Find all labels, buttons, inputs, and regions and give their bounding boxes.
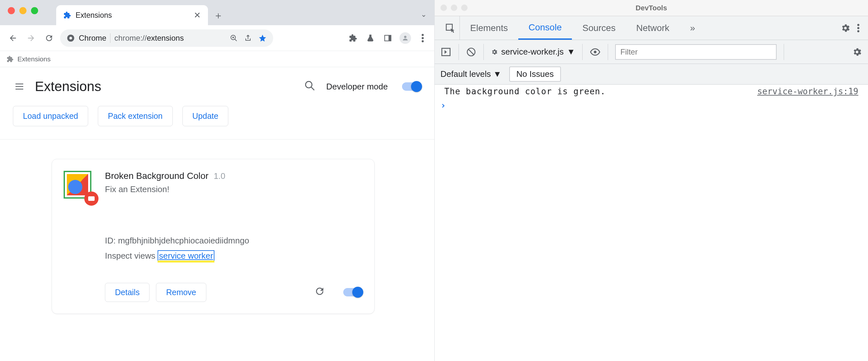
devtools-window: DevTools Elements Console Sources Networ…: [435, 0, 868, 361]
svg-line-20: [469, 50, 474, 55]
browser-tab[interactable]: Extensions ✕: [56, 5, 208, 25]
tab-title: Extensions: [75, 11, 189, 20]
execution-context-selector[interactable]: service-worker.js ▼: [491, 47, 575, 57]
console-output: The background color is green. service-w…: [435, 85, 868, 361]
action-buttons-row: Load unpacked Pack extension Update: [0, 106, 434, 140]
extension-id: mgfbhjnibhjdehcphiocaoiediidmngo: [118, 236, 249, 245]
omnibox-separator: [110, 33, 111, 43]
console-log-row: The background color is green. service-w…: [435, 85, 868, 98]
extension-name: Broken Background Color: [105, 171, 209, 181]
inspect-views-label: Inspect views: [105, 251, 158, 261]
svg-point-11: [422, 40, 424, 42]
maximize-window-button[interactable]: [461, 4, 468, 11]
chrome-toolbar: Chrome chrome://extensions: [0, 25, 434, 51]
issues-button[interactable]: No Issues: [509, 66, 561, 82]
console-settings-button[interactable]: [852, 47, 862, 57]
chevron-down-icon: ▼: [567, 47, 576, 57]
pack-extension-button[interactable]: Pack extension: [98, 106, 173, 126]
developer-mode-toggle[interactable]: [402, 82, 422, 91]
svg-point-17: [857, 30, 860, 32]
sidepanel-button[interactable]: [382, 32, 394, 44]
omnibox-path: extensions: [147, 34, 184, 42]
tab-elements[interactable]: Elements: [460, 16, 518, 40]
filter-input[interactable]: [615, 44, 777, 60]
service-worker-link[interactable]: service worker: [158, 250, 214, 261]
svg-rect-7: [389, 35, 391, 41]
tab-network[interactable]: Network: [626, 16, 680, 40]
menu-button[interactable]: [417, 32, 429, 44]
svg-line-3: [235, 39, 237, 41]
chrome-window: Extensions ✕ ＋ ⌄ Chrome chrome://extensi…: [0, 0, 435, 361]
svg-line-13: [311, 87, 314, 90]
share-icon[interactable]: [244, 34, 252, 42]
clear-console-button[interactable]: [466, 47, 476, 57]
reload-button[interactable]: [42, 31, 56, 45]
close-window-button[interactable]: [440, 4, 447, 11]
profile-button[interactable]: [399, 32, 411, 44]
details-button[interactable]: Details: [105, 283, 150, 302]
new-tab-button[interactable]: ＋: [212, 9, 225, 22]
hamburger-menu-button[interactable]: [13, 80, 26, 93]
reload-extension-button[interactable]: [314, 286, 327, 299]
back-button[interactable]: [6, 31, 20, 45]
page-header: Extensions Developer mode: [0, 67, 434, 106]
maximize-window-button[interactable]: [31, 7, 38, 14]
console-sidebar-toggle[interactable]: [440, 47, 452, 58]
log-levels-selector[interactable]: Default levels ▼: [440, 69, 501, 79]
extension-version: 1.0: [214, 171, 225, 181]
address-bar[interactable]: Chrome chrome://extensions: [60, 29, 273, 47]
star-icon[interactable]: [258, 34, 267, 42]
tab-sources[interactable]: Sources: [572, 16, 626, 40]
search-button[interactable]: [304, 80, 317, 93]
extension-id-label: ID:: [105, 236, 118, 245]
console-filter-bar: Default levels ▼ No Issues: [435, 64, 868, 85]
page-title: Extensions: [35, 79, 101, 94]
svg-point-21: [594, 50, 597, 53]
svg-point-10: [422, 37, 424, 39]
minimize-window-button[interactable]: [451, 4, 457, 11]
tab-console[interactable]: Console: [518, 16, 572, 40]
devtools-titlebar: DevTools: [435, 0, 868, 16]
devtools-menu-button[interactable]: [857, 24, 860, 32]
tabs-overflow-button[interactable]: ⌄: [421, 10, 427, 19]
svg-point-8: [404, 35, 406, 38]
chrome-icon: [66, 34, 75, 42]
bookmark-bar: Extensions: [0, 51, 434, 67]
zoom-icon[interactable]: [230, 34, 238, 42]
tab-overflow[interactable]: »: [680, 16, 706, 40]
devtools-window-controls: [440, 4, 468, 11]
bookmark-label[interactable]: Extensions: [18, 55, 51, 63]
svg-point-12: [306, 81, 312, 88]
svg-point-1: [69, 36, 72, 39]
extension-enable-toggle[interactable]: [343, 288, 363, 296]
extension-card: Broken Background Color 1.0 Fix an Exten…: [52, 159, 375, 314]
console-prompt[interactable]: ›: [435, 98, 868, 113]
unpacked-badge-icon: [84, 191, 98, 206]
window-controls: [8, 7, 38, 14]
svg-point-9: [422, 34, 424, 36]
extension-icon: [64, 171, 95, 202]
developer-mode-label: Developer mode: [326, 82, 388, 92]
forward-button[interactable]: [24, 31, 38, 45]
inspect-element-button[interactable]: [440, 16, 460, 40]
puzzle-icon: [63, 11, 71, 19]
console-message: The background color is green.: [444, 87, 757, 96]
svg-point-16: [857, 27, 860, 29]
update-button[interactable]: Update: [182, 106, 228, 126]
puzzle-icon: [6, 56, 13, 63]
console-toolbar: service-worker.js ▼: [435, 40, 868, 64]
console-source-link[interactable]: service-worker.js:19: [757, 87, 858, 96]
close-tab-button[interactable]: ✕: [194, 10, 201, 20]
remove-button[interactable]: Remove: [156, 283, 206, 302]
extensions-button[interactable]: [347, 32, 359, 44]
svg-point-15: [857, 24, 860, 26]
live-expression-button[interactable]: [590, 47, 600, 58]
minimize-window-button[interactable]: [20, 7, 27, 14]
close-window-button[interactable]: [8, 7, 15, 14]
load-unpacked-button[interactable]: Load unpacked: [13, 106, 88, 126]
context-name: service-worker.js: [501, 47, 564, 57]
extension-description: Fix an Extension!: [105, 184, 363, 194]
labs-button[interactable]: [365, 32, 376, 44]
chrome-titlebar: Extensions ✕ ＋ ⌄: [0, 0, 434, 25]
settings-button[interactable]: [840, 23, 850, 33]
